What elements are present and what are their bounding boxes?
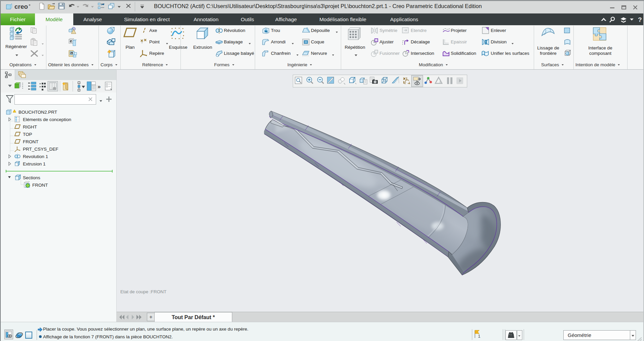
svg-text:RIGHT: RIGHT — [23, 124, 37, 129]
svg-text:creo: creo — [14, 3, 28, 10]
svg-text:Eléments de conception: Eléments de conception — [23, 117, 71, 122]
svg-text:FRONT: FRONT — [32, 183, 48, 188]
svg-text:Sections: Sections — [23, 175, 40, 180]
svg-text:?: ? — [638, 16, 642, 23]
svg-text:BOUCHTON2.PRT: BOUCHTON2.PRT — [18, 110, 57, 115]
svg-text:Extrusion 1: Extrusion 1 — [23, 161, 46, 166]
svg-text:TOP: TOP — [23, 132, 32, 137]
svg-text:»: » — [97, 83, 100, 90]
svg-text:1: 1 — [478, 334, 480, 338]
svg-text:Revolution 1: Revolution 1 — [23, 154, 48, 159]
svg-text:PRT_CSYS_DEF: PRT_CSYS_DEF — [23, 147, 58, 152]
svg-text:FRONT: FRONT — [23, 139, 39, 144]
